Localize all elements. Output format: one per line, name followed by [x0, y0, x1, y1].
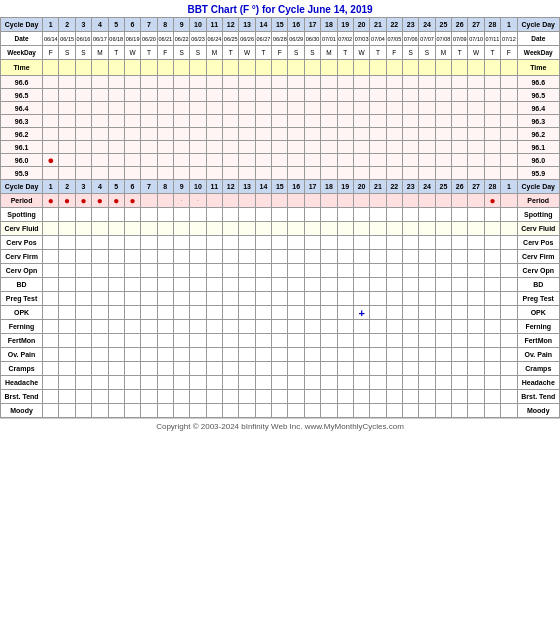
cerv-fluid-label-right: Cerv Fluid — [517, 222, 559, 236]
cd-28: 28 — [484, 18, 500, 32]
date-11: 06/24 — [206, 32, 222, 46]
cd-10: 10 — [190, 18, 206, 32]
wd-7: T — [141, 46, 157, 60]
temp-960-row: 96.0 ● 96.0 — [1, 154, 560, 167]
wd-25: M — [435, 46, 451, 60]
cerv-pos-row: Cerv Pos Cerv Pos — [1, 236, 560, 250]
temp-959-row: 95.9 95.9 — [1, 167, 560, 180]
preg-test-label: Preg Test — [1, 292, 43, 306]
time-label: Time — [1, 60, 43, 76]
cd-1: 1 — [43, 18, 59, 32]
cerv-firm-label-right: Cerv Firm — [517, 250, 559, 264]
headache-row: Headache Headache — [1, 376, 560, 390]
wd-5: T — [108, 46, 124, 60]
cd-25: 25 — [435, 18, 451, 32]
period-cd28: ● — [484, 194, 500, 208]
date-13: 06/26 — [239, 32, 255, 46]
wd-10: S — [190, 46, 206, 60]
wd-14: T — [255, 46, 271, 60]
weekday-label-right: WeekDay — [517, 46, 559, 60]
cycle-day-mid-row: Cycle Day 1234 5678 9101112 13141516 171… — [1, 180, 560, 194]
period-cd1: ● — [43, 194, 59, 208]
wd-13: W — [239, 46, 255, 60]
wd-21: T — [370, 46, 386, 60]
temp-962-row: 96.2 96.2 — [1, 128, 560, 141]
temp-960-label-right: 96.0 — [517, 154, 559, 167]
cerv-firm-label: Cerv Firm — [1, 250, 43, 264]
preg-test-label-right: Preg Test — [517, 292, 559, 306]
temp-966-label-right: 96.6 — [517, 76, 559, 89]
brst-tend-label-right: Brst. Tend — [517, 390, 559, 404]
opk-label-right: OPK — [517, 306, 559, 320]
cd-17: 17 — [304, 18, 320, 32]
temp-961-label-right: 96.1 — [517, 141, 559, 154]
brst-tend-row: Brst. Tend Brst. Tend — [1, 390, 560, 404]
temp-963-row: 96.3 96.3 — [1, 115, 560, 128]
cd-23: 23 — [403, 18, 419, 32]
temp-962-label: 96.2 — [1, 128, 43, 141]
cd-18: 18 — [321, 18, 337, 32]
moody-label: Moody — [1, 404, 43, 418]
moody-label-right: Moody — [517, 404, 559, 418]
headache-label: Headache — [1, 376, 43, 390]
date-9: 06/22 — [173, 32, 189, 46]
temp-961-row: 96.1 96.1 — [1, 141, 560, 154]
cerv-fluid-row: Cerv Fluid Cerv Fluid — [1, 222, 560, 236]
date-16: 06/29 — [288, 32, 304, 46]
cd-12: 12 — [223, 18, 239, 32]
wd-27: W — [468, 46, 484, 60]
wd-23: S — [403, 46, 419, 60]
period-label-right: Period — [517, 194, 559, 208]
temp-964-row: 96.4 96.4 — [1, 102, 560, 115]
date-3: 06/16 — [75, 32, 91, 46]
preg-test-row: Preg Test Preg Test — [1, 292, 560, 306]
wd-20: W — [353, 46, 369, 60]
cd-4: 4 — [92, 18, 108, 32]
period-cd4: ● — [92, 194, 108, 208]
wd-24: S — [419, 46, 435, 60]
date-10: 06/23 — [190, 32, 206, 46]
cd-5: 5 — [108, 18, 124, 32]
date-2: 06/15 — [59, 32, 75, 46]
cerv-pos-label-right: Cerv Pos — [517, 236, 559, 250]
date-28: 07/11 — [484, 32, 500, 46]
temp-966-label: 96.6 — [1, 76, 43, 89]
cd-3: 3 — [75, 18, 91, 32]
period-cd3: ● — [75, 194, 91, 208]
cycle-day-label: Cycle Day — [1, 18, 43, 32]
wd-18: M — [321, 46, 337, 60]
date-18: 07/01 — [321, 32, 337, 46]
cycle-day-header-row: Cycle Day 1 2 3 4 5 6 7 8 9 10 11 12 13 … — [1, 18, 560, 32]
date-14: 06/27 — [255, 32, 271, 46]
temp-965-label: 96.5 — [1, 89, 43, 102]
opk-plus: + — [353, 306, 369, 320]
date-label-right: Date — [517, 32, 559, 46]
cd-19: 19 — [337, 18, 353, 32]
bd-label: BD — [1, 278, 43, 292]
cd-15: 15 — [272, 18, 288, 32]
fertmon-label: FertMon — [1, 334, 43, 348]
cd-20: 20 — [353, 18, 369, 32]
bd-row: BD BD — [1, 278, 560, 292]
wd-28: T — [484, 46, 500, 60]
date-25: 07/08 — [435, 32, 451, 46]
wd-15: F — [272, 46, 288, 60]
temp-962-label-right: 96.2 — [517, 128, 559, 141]
cd-16: 16 — [288, 18, 304, 32]
cerv-opn-label-right: Cerv Opn — [517, 264, 559, 278]
wd-19: T — [337, 46, 353, 60]
cd-14: 14 — [255, 18, 271, 32]
cd-24: 24 — [419, 18, 435, 32]
ferning-row: Ferning Ferning — [1, 320, 560, 334]
period-row: Period ● ● ● ● ● ● · · ● Period — [1, 194, 560, 208]
cerv-opn-row: Cerv Opn Cerv Opn — [1, 264, 560, 278]
copyright: Copyright © 2003-2024 bInfinity Web Inc.… — [0, 418, 560, 434]
cd-26: 26 — [452, 18, 468, 32]
period-cd10: · — [190, 194, 206, 208]
date-label: Date — [1, 32, 43, 46]
cd-21: 21 — [370, 18, 386, 32]
temp-966-row: 96.6 96.6 — [1, 76, 560, 89]
cd-11: 11 — [206, 18, 222, 32]
wd-3: S — [75, 46, 91, 60]
cd-6: 6 — [124, 18, 140, 32]
